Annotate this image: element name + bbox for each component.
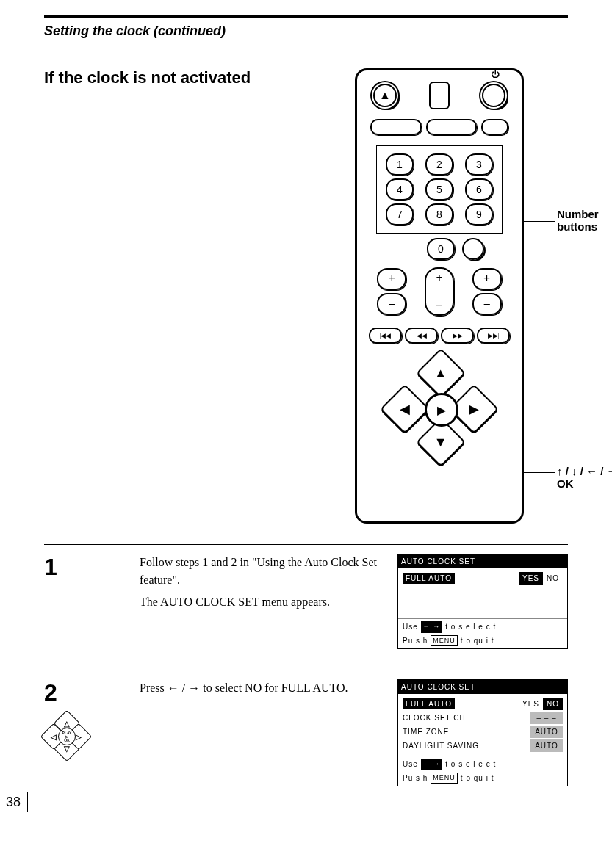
power-button[interactable] — [482, 84, 505, 107]
section-title: Setting the clock (continued) — [44, 23, 568, 39]
number-pad-frame: 1 2 3 4 5 6 7 8 9 — [376, 145, 503, 234]
menu-time-zone: TIME ZONE — [403, 726, 449, 737]
num-5[interactable]: 5 — [425, 178, 453, 200]
step-1-number: 1 — [44, 554, 140, 581]
vol-rocker[interactable]: + – — [425, 267, 454, 316]
choice-no-2: NO — [543, 698, 563, 710]
hint-menu-icon: MENU — [431, 635, 458, 647]
dpad-up[interactable]: ▲ — [416, 348, 466, 398]
hint-push-tail: t o qu i t — [461, 635, 494, 646]
hint-push-2: Pu s h — [403, 773, 428, 784]
menu-full-auto-2: FULL AUTO — [403, 698, 455, 709]
ch-minus[interactable]: – — [472, 293, 502, 315]
eject-button[interactable]: ▲ — [373, 84, 397, 107]
callout-line-dpad — [524, 472, 555, 473]
callout-number-buttons: Number buttons — [557, 208, 599, 233]
hint-menu-icon-2: MENU — [431, 773, 458, 784]
menu-full-auto: FULL AUTO — [403, 573, 455, 584]
hint-arrows-icon-2: ← → — [421, 759, 443, 770]
num-7[interactable]: 7 — [386, 203, 414, 225]
hint-push-tail-2: t o qu i t — [461, 773, 494, 784]
small-plus[interactable]: + — [377, 268, 406, 290]
num-3[interactable]: 3 — [465, 153, 493, 176]
step-2-number: 2 — [44, 679, 57, 706]
dpad: ▲ ▼ ◀ ▶ ▶ — [384, 352, 494, 463]
ch-plus[interactable]: + — [472, 268, 502, 290]
hint-use: Use — [403, 621, 418, 632]
screen-title: AUTO CLOCK SET — [398, 554, 567, 568]
step-1-screen: AUTO CLOCK SET FULL AUTO YES NO Use ← → — [397, 554, 568, 649]
divider-1 — [44, 544, 568, 545]
page-heading: If the clock is not activated — [44, 68, 355, 87]
num-8[interactable]: 8 — [425, 203, 453, 225]
top-pill-1[interactable] — [370, 119, 422, 135]
hint-push: Pu s h — [403, 635, 428, 646]
hint-use-tail: t o s e l e c t — [445, 621, 496, 632]
hint-use-2: Use — [403, 759, 418, 770]
val-time-zone: AUTO — [530, 726, 563, 738]
page-number: 38 — [6, 795, 21, 810]
choice-yes-2: YES — [519, 698, 543, 710]
num-6[interactable]: 6 — [465, 178, 493, 200]
val-daylight-saving: AUTO — [530, 739, 563, 752]
small-minus[interactable]: – — [377, 293, 406, 315]
hint-use-tail-2: t o s e l e c t — [445, 759, 496, 770]
menu-clock-set-ch: CLOCK SET CH — [403, 712, 466, 723]
callout-dpad-ok: ↑ / ↓ / ← / → OK — [557, 465, 612, 490]
num-1[interactable]: 1 — [386, 153, 414, 176]
num-4[interactable]: 4 — [386, 178, 414, 200]
val-clock-set-ch: – – – — [530, 712, 563, 724]
screen-title-2: AUTO CLOCK SET — [398, 680, 567, 694]
num-0[interactable]: 0 — [427, 238, 455, 260]
remote-control: ▲ 1 2 3 — [355, 68, 524, 524]
menu-daylight-saving: DAYLIGHT SAVING — [403, 740, 479, 751]
callout-line-numbers — [524, 221, 555, 222]
enter-button[interactable] — [462, 238, 484, 260]
mini-dpad-icon: △ ▽ ◁ ▷ PLAY ▷ OK — [44, 714, 88, 758]
num-2[interactable]: 2 — [425, 153, 453, 176]
hint-arrows-icon: ← → — [421, 621, 443, 633]
top-pill-2[interactable] — [426, 119, 478, 135]
num-9[interactable]: 9 — [465, 203, 493, 225]
top-pill-3[interactable] — [481, 119, 508, 135]
divider-2 — [44, 670, 568, 670]
choice-yes: YES — [519, 572, 543, 585]
next-track[interactable]: ▶▶| — [477, 328, 510, 344]
dpad-left[interactable]: ◀ — [380, 384, 430, 434]
rewind[interactable]: ◀◀ — [405, 328, 438, 344]
ffwd[interactable]: ▶▶ — [441, 328, 474, 344]
step-2-screen: AUTO CLOCK SET FULL AUTO YES NO CLOCK SE… — [397, 679, 568, 786]
choice-no: NO — [543, 572, 563, 585]
mode-switch[interactable] — [429, 82, 450, 109]
dpad-ok[interactable]: ▶ — [425, 393, 458, 427]
top-bar — [44, 15, 568, 18]
prev-track[interactable]: |◀◀ — [369, 328, 402, 344]
